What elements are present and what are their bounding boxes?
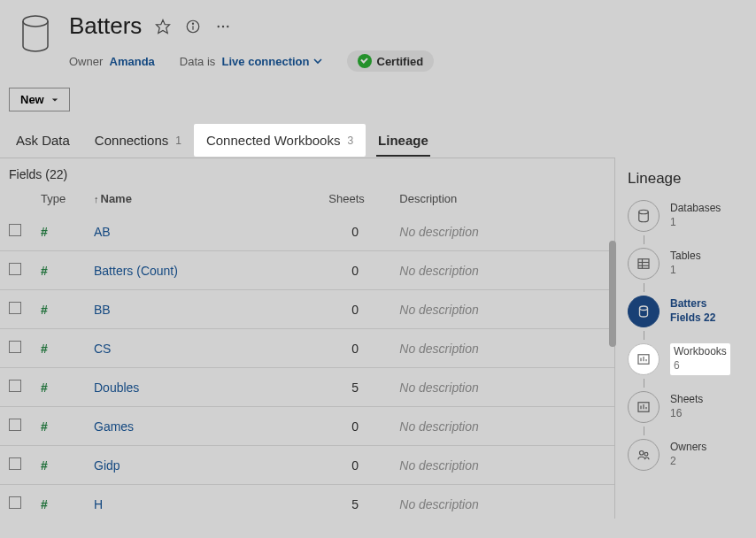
lineage-label: Owners [670,441,706,455]
svg-point-7 [227,25,228,27]
field-link[interactable]: Doubles [94,380,139,395]
certified-badge: Certified [347,50,435,72]
lineage-node-sheets[interactable]: Sheets16 [628,391,756,423]
lineage-count: 2 [670,455,706,469]
table-row[interactable]: #Batters (Count)0No description [0,251,614,290]
fields-table: Type ↑Name Sheets Description #AB0No des… [0,185,614,519]
table-row[interactable]: #Doubles5No description [0,368,614,407]
sheets-count: 0 [320,251,390,290]
datasource-icon [18,12,53,55]
svg-point-17 [644,452,648,456]
tab-ask-data[interactable]: Ask Data [4,124,82,157]
tabs: Ask Data Connections1 Connected Workbook… [0,124,756,158]
lineage-label: Batters [670,297,715,311]
svg-point-8 [639,210,649,214]
field-link[interactable]: Gidp [94,458,120,473]
scrollbar[interactable] [609,241,616,347]
lineage-title: Lineage [628,170,756,188]
lineage-node-tables[interactable]: Tables1 [628,248,756,280]
table-row[interactable]: #Games0No description [0,407,614,446]
lineage-icon [628,248,660,280]
table-row[interactable]: #BB0No description [0,290,614,329]
lineage-icon [628,343,660,375]
svg-point-13 [640,306,648,311]
field-link[interactable]: BB [94,303,111,317]
description-text: No description [399,458,479,473]
row-checkbox[interactable] [9,419,21,431]
col-type[interactable]: Type [32,185,85,212]
lineage-icon [628,439,660,471]
tab-connections[interactable]: Connections1 [82,124,194,157]
svg-marker-1 [157,19,170,33]
more-icon[interactable] [214,18,232,35]
lineage-label: Tables [670,250,701,264]
lineage-count: 1 [670,264,701,278]
lineage-label: Databases [670,202,721,216]
number-type-icon: # [41,225,48,239]
description-text: No description [399,380,479,395]
table-row[interactable]: #AB0No description [0,212,614,251]
info-icon[interactable] [184,18,202,35]
field-link[interactable]: CS [94,342,111,356]
new-button[interactable]: New [9,88,70,111]
datais-label: Data is [180,55,215,68]
field-link[interactable]: AB [94,225,111,239]
fields-count: Fields (22) [0,158,614,185]
field-link[interactable]: H [94,497,103,511]
field-link[interactable]: Batters (Count) [94,264,178,278]
row-checkbox[interactable] [9,341,21,353]
description-text: No description [399,342,479,356]
lineage-count: 16 [670,407,703,421]
row-checkbox[interactable] [9,457,21,470]
table-row[interactable]: #CS0No description [0,329,614,368]
owner-label: Owner [69,55,103,68]
description-text: No description [399,264,479,278]
col-sheets[interactable]: Sheets [320,185,390,212]
number-type-icon: # [41,419,48,434]
number-type-icon: # [41,303,48,317]
sheets-count: 0 [320,407,390,446]
field-link[interactable]: Games [94,419,134,434]
table-row[interactable]: #H5No description [0,485,614,519]
row-checkbox[interactable] [9,224,21,236]
col-name[interactable]: ↑Name [85,185,320,212]
lineage-label: Workbooks [674,345,727,359]
sheets-count: 0 [320,329,390,368]
svg-point-5 [218,25,220,27]
number-type-icon: # [41,264,48,278]
sheets-count: 0 [320,446,390,485]
lineage-count: 6 [674,359,727,373]
table-row[interactable]: #Gidp0No description [0,446,614,485]
sheets-count: 0 [320,290,390,329]
lineage-node-databases[interactable]: Databases1 [628,200,756,232]
col-description[interactable]: Description [390,185,614,212]
lineage-node-owners[interactable]: Owners2 [628,439,756,471]
sheets-count: 0 [320,212,390,251]
row-checkbox[interactable] [9,263,21,275]
row-checkbox[interactable] [9,496,21,509]
sheets-count: 5 [320,368,390,407]
description-text: No description [399,225,479,239]
svg-point-0 [23,16,48,27]
lineage-node-batters[interactable]: BattersFields 22 [628,296,756,327]
lineage-count: Fields 22 [670,311,715,326]
svg-point-6 [222,25,224,27]
tab-connected-workbooks[interactable]: Connected Workbooks3 [194,124,366,157]
svg-point-4 [193,23,194,24]
description-text: No description [399,497,479,511]
lineage-icon [628,296,660,327]
connection-type-dropdown[interactable]: Live connection [222,55,322,68]
lineage-node-workbooks[interactable]: Workbooks6 [628,343,756,375]
sheets-count: 5 [320,485,390,519]
page-title: Batters [69,12,142,40]
star-icon[interactable] [154,18,172,35]
lineage-icon [628,200,660,232]
row-checkbox[interactable] [9,302,21,314]
tab-lineage[interactable]: Lineage [366,124,441,157]
row-checkbox[interactable] [9,380,21,392]
lineage-count: 1 [670,216,721,230]
owner-link[interactable]: Amanda [110,55,155,68]
lineage-label: Sheets [670,393,703,407]
number-type-icon: # [41,497,48,511]
number-type-icon: # [41,342,48,356]
